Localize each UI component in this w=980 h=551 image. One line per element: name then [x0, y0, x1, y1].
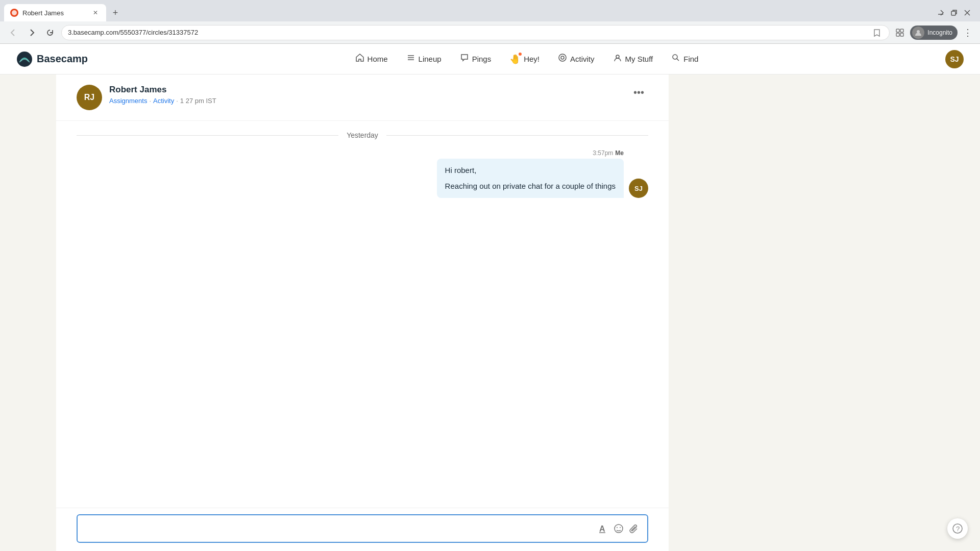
url-text: 3.basecamp.com/5550377/circles/31337572	[68, 29, 871, 36]
more-options-button[interactable]: •••	[629, 85, 648, 101]
svg-rect-7	[896, 33, 899, 36]
pings-icon	[460, 53, 469, 65]
right-space	[669, 74, 980, 551]
attach-file-button[interactable]	[629, 523, 639, 534]
chat-scroll[interactable]: Yesterday 3:57pm Me Hi robert, Reaching	[56, 121, 669, 508]
tab-favicon	[10, 9, 18, 17]
message-sender: Me	[615, 149, 624, 157]
svg-rect-8	[900, 33, 903, 36]
user-avatar-nav[interactable]: SJ	[945, 50, 964, 68]
message-input[interactable]	[86, 524, 598, 533]
messages-area: 3:57pm Me Hi robert, Reaching out on pri…	[56, 144, 669, 212]
link-separator: ·	[149, 97, 151, 105]
tab-bar: Robert James ✕ +	[0, 0, 980, 21]
hey-badge	[518, 52, 523, 57]
hey-icon: 🤚	[509, 54, 521, 65]
svg-rect-6	[900, 29, 903, 32]
nav-items: Home Lineup Pings 🤚 Hey! Activity	[108, 49, 945, 69]
restore-button[interactable]	[949, 8, 959, 17]
incognito-area[interactable]: Incognito	[910, 26, 958, 40]
nav-activity-label: Activity	[570, 55, 595, 63]
profile-time: 1 27 pm IST	[180, 97, 216, 105]
svg-text:?: ?	[956, 525, 960, 533]
profile-links: Assignments · Activity · 1 27 pm IST	[109, 97, 648, 105]
tab-close-button[interactable]: ✕	[91, 8, 100, 17]
browser-chrome: Robert James ✕ + 3.basecamp.com/55	[0, 0, 980, 44]
svg-point-16	[616, 55, 619, 58]
nav-item-find[interactable]: Find	[663, 49, 706, 69]
tab-title: Robert James	[22, 9, 87, 17]
nav-item-lineup[interactable]: Lineup	[398, 49, 450, 69]
format-text-button[interactable]: A	[598, 523, 608, 534]
browser-menu-button[interactable]: ⋮	[962, 27, 974, 39]
incognito-avatar	[912, 27, 924, 39]
message-row: 3:57pm Me Hi robert, Reaching out on pri…	[77, 149, 648, 198]
svg-text:A: A	[599, 524, 605, 533]
svg-rect-2	[951, 11, 955, 15]
date-line-right	[386, 135, 648, 136]
logo-text: Basecamp	[37, 53, 88, 65]
date-divider: Yesterday	[56, 121, 669, 144]
svg-point-0	[12, 10, 17, 15]
help-button[interactable]: ?	[947, 518, 968, 539]
message-line-2: Reaching out on private chat for a coupl…	[445, 181, 616, 192]
nav-mystuff-label: My Stuff	[625, 55, 653, 63]
incognito-label: Incognito	[927, 29, 952, 36]
message-spacer	[445, 177, 616, 181]
emoji-button[interactable]	[614, 523, 624, 534]
nav-hey-label: Hey!	[524, 55, 540, 63]
profile-name: Robert James	[109, 85, 648, 95]
message-input-area: A	[56, 508, 669, 551]
forward-button[interactable]	[24, 26, 39, 40]
home-icon	[355, 53, 364, 65]
bookmark-icon[interactable]	[871, 27, 883, 39]
back-button[interactable]	[6, 26, 20, 40]
nav-item-activity[interactable]: Activity	[550, 49, 603, 69]
activity-icon	[558, 53, 567, 65]
nav-home-label: Home	[368, 55, 388, 63]
date-label: Yesterday	[338, 131, 386, 139]
address-bar: 3.basecamp.com/5550377/circles/31337572 …	[0, 21, 980, 44]
nav-lineup-label: Lineup	[419, 55, 442, 63]
profile-header: RJ Robert James Assignments · Activity ·…	[56, 74, 669, 121]
mystuff-icon	[613, 53, 622, 65]
svg-point-23	[620, 527, 621, 528]
lineup-icon	[406, 53, 415, 65]
assignments-link[interactable]: Assignments	[109, 97, 147, 105]
svg-point-15	[561, 56, 564, 59]
active-tab[interactable]: Robert James ✕	[4, 4, 106, 21]
message-meta: 3:57pm Me	[593, 149, 624, 157]
profile-info: Robert James Assignments · Activity · 1 …	[109, 85, 648, 105]
message-bubble: Hi robert, Reaching out on private chat …	[437, 159, 624, 198]
reload-button[interactable]	[43, 26, 57, 40]
find-icon	[671, 53, 680, 65]
svg-point-21	[615, 524, 623, 533]
url-bar[interactable]: 3.basecamp.com/5550377/circles/31337572	[61, 25, 890, 40]
new-tab-button[interactable]: +	[108, 6, 122, 20]
chat-container: RJ Robert James Assignments · Activity ·…	[56, 74, 669, 551]
nav-item-home[interactable]: Home	[347, 49, 396, 69]
minimize-button[interactable]	[936, 8, 945, 17]
input-wrapper: A	[77, 514, 648, 543]
svg-point-14	[559, 54, 566, 61]
message-time: 3:57pm	[593, 149, 613, 157]
sender-avatar: SJ	[629, 179, 648, 198]
nav-pings-label: Pings	[472, 55, 492, 63]
nav-find-label: Find	[683, 55, 698, 63]
app-navbar: Basecamp Home Lineup Pings 🤚 Hey!	[0, 44, 980, 74]
window-controls	[936, 8, 976, 17]
profile-avatar: RJ	[77, 85, 102, 110]
activity-link[interactable]: Activity	[153, 97, 174, 105]
nav-item-mystuff[interactable]: My Stuff	[605, 49, 662, 69]
close-button[interactable]	[963, 8, 972, 17]
main-content: RJ Robert James Assignments · Activity ·…	[0, 74, 980, 551]
input-actions: A	[598, 523, 639, 534]
nav-item-hey[interactable]: 🤚 Hey!	[501, 49, 548, 69]
extensions-puzzle-icon[interactable]	[894, 27, 906, 39]
message-line-1: Hi robert,	[445, 165, 616, 177]
logo-area[interactable]: Basecamp	[16, 51, 88, 67]
nav-item-pings[interactable]: Pings	[452, 49, 500, 69]
svg-rect-5	[896, 29, 899, 32]
svg-line-18	[677, 59, 679, 61]
basecamp-logo-icon	[16, 51, 33, 67]
